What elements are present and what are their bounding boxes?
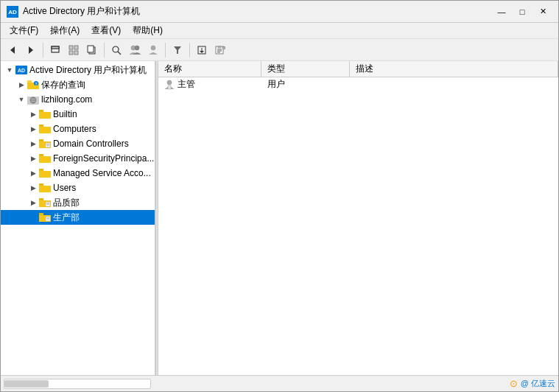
tree-item-domain[interactable]: ▼ lizhilong.com	[1, 92, 155, 107]
up-button[interactable]	[46, 41, 64, 59]
cell-name: 主管	[158, 77, 261, 91]
toggle-fsp[interactable]: ▶	[27, 153, 39, 164]
svg-rect-7	[74, 46, 78, 49]
tree-item-pinzhi-label: 品质部	[53, 197, 80, 209]
menu-bar: 文件(F) 操作(A) 查看(V) 帮助(H)	[1, 23, 558, 39]
separator-1	[43, 43, 43, 57]
tree-item-saved-label: 保存的查询	[41, 79, 85, 91]
col-header-type[interactable]: 类型	[261, 61, 350, 77]
cell-desc	[350, 77, 558, 91]
copy-button[interactable]	[83, 41, 101, 59]
minimize-button[interactable]: —	[492, 4, 511, 19]
toggle-pinzhi[interactable]: ▶	[27, 197, 39, 209]
domain-icon	[27, 94, 39, 105]
svg-line-13	[118, 52, 121, 55]
tree-item-fsp[interactable]: ▶ ForeignSecurityPrincipa...	[1, 151, 155, 166]
maximize-button[interactable]: □	[513, 4, 532, 19]
toggle-domain[interactable]: ▼	[15, 94, 27, 105]
search-button[interactable]	[108, 41, 125, 59]
forward-button[interactable]	[22, 41, 40, 59]
shengchan-folder-icon	[39, 212, 51, 223]
dc-folder-icon	[39, 139, 51, 149]
menu-view[interactable]: 查看(V)	[85, 23, 127, 38]
fsp-folder-icon	[39, 153, 51, 164]
scrollbar[interactable]	[4, 379, 151, 389]
list-content[interactable]: 主管 用户	[158, 77, 558, 375]
scrollbar-thumb	[4, 380, 49, 388]
cell-type: 用户	[261, 77, 350, 91]
toolbar: i	[1, 39, 558, 61]
user-icon	[164, 80, 175, 90]
toggle-dc[interactable]: ▶	[27, 138, 39, 150]
title-bar-text: Active Directory 用户和计算机	[23, 5, 492, 18]
toggle-shengchan[interactable]	[27, 211, 39, 223]
tree-item-root-label: Active Directory 用户和计算机	[29, 64, 147, 77]
tree-item-computers[interactable]: ▶ Computers	[1, 122, 155, 136]
tree-item-msa[interactable]: ▶ Managed Service Acco...	[1, 166, 155, 181]
svg-point-15	[135, 46, 139, 50]
svg-rect-41	[46, 203, 49, 205]
builtin-folder-icon	[39, 109, 51, 119]
svg-marker-2	[10, 46, 15, 54]
export-button[interactable]	[193, 41, 211, 59]
ad-root-icon: AD	[15, 65, 27, 75]
col-header-desc[interactable]: 描述	[350, 61, 558, 77]
svg-marker-3	[29, 46, 33, 54]
back-button[interactable]	[4, 41, 21, 59]
toggle-root[interactable]: ▼	[4, 64, 15, 76]
tree-item-pinzhi[interactable]: ▶ 品质部	[1, 195, 155, 210]
user-button[interactable]	[144, 41, 162, 59]
toggle-builtin[interactable]: ▶	[27, 108, 39, 120]
tree-item-dc-label: Domain Controllers	[53, 139, 129, 149]
svg-rect-8	[69, 51, 73, 55]
title-bar: AD Active Directory 用户和计算机 — □ ✕	[1, 1, 558, 23]
svg-text:i: i	[224, 46, 225, 50]
tree-item-root[interactable]: ▼ AD Active Directory 用户和计算机	[1, 63, 155, 77]
info-button[interactable]: i	[211, 41, 229, 59]
toggle-computers[interactable]: ▶	[27, 123, 39, 135]
svg-rect-9	[74, 51, 78, 55]
brand-text: @ 亿速云	[521, 378, 555, 389]
toggle-msa[interactable]: ▶	[27, 167, 39, 179]
table-row[interactable]: 主管 用户	[158, 77, 558, 92]
pinzhi-folder-icon	[39, 197, 51, 208]
view-button[interactable]	[65, 41, 82, 59]
status-bar: ⊙ @ 亿速云	[1, 375, 558, 391]
menu-action[interactable]: 操作(A)	[44, 23, 85, 38]
msa-folder-icon	[39, 168, 51, 178]
svg-text:?: ?	[35, 81, 37, 85]
close-button[interactable]: ✕	[533, 4, 552, 19]
svg-text:AD: AD	[18, 68, 25, 73]
toggle-users[interactable]: ▶	[27, 182, 39, 194]
separator-4	[189, 43, 190, 57]
svg-rect-22	[218, 46, 221, 48]
menu-file[interactable]: 文件(F)	[4, 23, 44, 38]
svg-marker-17	[174, 46, 181, 54]
tree-item-domain-label: lizhilong.com	[41, 94, 92, 105]
svg-point-12	[113, 46, 119, 52]
svg-rect-45	[168, 85, 171, 89]
right-panel: 名称 类型 描述 主管	[158, 61, 558, 375]
tree-item-builtin-label: Builtin	[53, 109, 77, 119]
tree-item-shengchan-label: 生产部	[53, 211, 80, 224]
menu-help[interactable]: 帮助(H)	[127, 23, 169, 38]
toggle-saved[interactable]: ▶	[15, 79, 27, 91]
tree-item-users[interactable]: ▶ Users	[1, 181, 155, 195]
tree-panel[interactable]: ▼ AD Active Directory 用户和计算机 ▶	[1, 61, 155, 375]
svg-point-44	[167, 80, 172, 85]
col-header-name[interactable]: 名称	[158, 61, 261, 77]
svg-rect-11	[88, 46, 94, 52]
tree-item-builtin[interactable]: ▶ Builtin	[1, 107, 155, 122]
svg-marker-20	[200, 51, 204, 53]
svg-rect-6	[69, 46, 73, 49]
svg-rect-43	[46, 217, 49, 220]
svg-point-16	[151, 46, 155, 50]
filter-button[interactable]	[169, 41, 186, 59]
tree-item-shengchan[interactable]: 生产部	[1, 210, 155, 225]
tree-item-fsp-label: ForeignSecurityPrincipa...	[53, 153, 154, 164]
row-name: 主管	[177, 78, 195, 91]
users-button[interactable]	[126, 41, 144, 59]
tree-item-computers-label: Computers	[53, 124, 96, 134]
tree-item-saved[interactable]: ▶ ? 保存的查询	[1, 77, 155, 92]
tree-item-dc[interactable]: ▶ Domain Controllers	[1, 136, 155, 151]
